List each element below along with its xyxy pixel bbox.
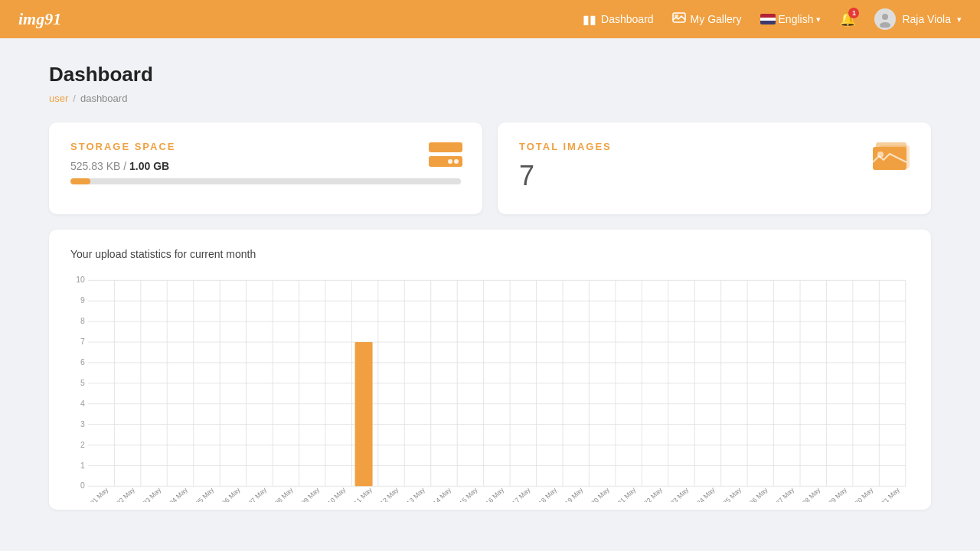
language-label: English bbox=[779, 13, 814, 25]
breadcrumb-user-link[interactable]: user bbox=[49, 93, 68, 104]
svg-text:1: 1 bbox=[80, 461, 85, 470]
svg-text:03 May: 03 May bbox=[142, 486, 163, 502]
svg-text:17 May: 17 May bbox=[511, 486, 532, 502]
cards-row: STORAGE SPACE 525.83 KB / 1.00 GB TOTAL … bbox=[49, 122, 931, 214]
chart-svg: 0 1 2 3 4 5 bbox=[70, 272, 910, 502]
chart-title: Your upload statistics for current month bbox=[70, 248, 910, 260]
dashboard-icon: ▮▮ bbox=[583, 12, 596, 27]
nav-gallery-label: My Gallery bbox=[691, 13, 742, 25]
svg-rect-10 bbox=[873, 147, 906, 170]
svg-text:25 May: 25 May bbox=[721, 486, 743, 502]
language-chevron-icon: ▾ bbox=[816, 15, 821, 24]
svg-text:21 May: 21 May bbox=[616, 486, 638, 502]
svg-text:08 May: 08 May bbox=[273, 486, 295, 502]
svg-text:6: 6 bbox=[80, 358, 85, 367]
storage-used: 525.83 KB bbox=[70, 160, 120, 172]
svg-text:24 May: 24 May bbox=[695, 486, 717, 502]
svg-text:12 May: 12 May bbox=[379, 486, 400, 502]
images-card: TOTAL IMAGES 7 bbox=[498, 122, 931, 214]
breadcrumb-current: dashboard bbox=[80, 93, 127, 104]
storage-sep: / bbox=[123, 160, 126, 172]
notification-badge: 1 bbox=[848, 8, 859, 18]
svg-text:0: 0 bbox=[80, 481, 85, 490]
svg-text:4: 4 bbox=[80, 399, 85, 408]
svg-point-2 bbox=[882, 14, 888, 20]
svg-text:9: 9 bbox=[80, 296, 85, 305]
svg-text:06 May: 06 May bbox=[220, 486, 242, 502]
storage-progress-bar-fill bbox=[70, 178, 90, 184]
svg-text:28 May: 28 May bbox=[801, 486, 822, 502]
svg-text:07 May: 07 May bbox=[247, 486, 268, 502]
svg-text:8: 8 bbox=[80, 317, 85, 325]
svg-text:18 May: 18 May bbox=[537, 486, 558, 502]
svg-text:20 May: 20 May bbox=[590, 486, 611, 502]
svg-text:13 May: 13 May bbox=[405, 486, 426, 502]
nav-dashboard[interactable]: ▮▮ Dashboard bbox=[583, 12, 654, 27]
x-axis: 01 May 02 May 03 May 04 May 05 May 06 Ma… bbox=[89, 486, 901, 502]
svg-text:01 May: 01 May bbox=[89, 486, 110, 502]
svg-text:10 May: 10 May bbox=[326, 486, 348, 502]
chart-container: 0 1 2 3 4 5 bbox=[70, 272, 910, 502]
chart-card: Your upload statistics for current month… bbox=[49, 230, 931, 510]
svg-text:10: 10 bbox=[76, 276, 85, 284]
svg-text:23 May: 23 May bbox=[669, 486, 691, 502]
nav-gallery[interactable]: My Gallery bbox=[672, 12, 742, 26]
svg-text:2: 2 bbox=[80, 441, 85, 449]
app-header: img91 ▮▮ Dashboard My Gallery English ▾ … bbox=[0, 0, 980, 38]
svg-text:16 May: 16 May bbox=[484, 486, 505, 502]
notification-button[interactable]: 🔔 1 bbox=[839, 11, 856, 28]
svg-text:31 May: 31 May bbox=[880, 486, 901, 502]
language-selector[interactable]: English ▾ bbox=[760, 13, 822, 25]
svg-text:19 May: 19 May bbox=[564, 486, 585, 502]
header-nav: ▮▮ Dashboard My Gallery English ▾ 🔔 1 bbox=[583, 8, 962, 30]
svg-text:14 May: 14 May bbox=[431, 486, 452, 502]
user-menu[interactable]: Raja Viola ▾ bbox=[874, 8, 962, 30]
svg-text:3: 3 bbox=[80, 420, 85, 429]
storage-info: 525.83 KB / 1.00 GB bbox=[70, 160, 461, 172]
images-card-title: TOTAL IMAGES bbox=[519, 141, 910, 152]
app-logo[interactable]: img91 bbox=[18, 9, 61, 29]
breadcrumb: user / dashboard bbox=[49, 93, 931, 104]
svg-point-6 bbox=[454, 159, 459, 164]
storage-progress-bar-bg bbox=[70, 178, 461, 184]
y-axis: 0 1 2 3 4 5 bbox=[76, 276, 906, 490]
storage-total: 1.00 GB bbox=[129, 160, 169, 172]
breadcrumb-separator: / bbox=[73, 93, 76, 104]
svg-point-7 bbox=[448, 159, 452, 164]
svg-text:05 May: 05 May bbox=[194, 486, 215, 502]
svg-text:26 May: 26 May bbox=[748, 486, 769, 502]
images-count: 7 bbox=[519, 160, 910, 192]
svg-text:15 May: 15 May bbox=[458, 486, 479, 502]
svg-text:11 May: 11 May bbox=[352, 486, 374, 502]
main-content: Dashboard user / dashboard STORAGE SPACE… bbox=[0, 38, 980, 534]
images-card-icon bbox=[873, 141, 913, 180]
storage-card-title: STORAGE SPACE bbox=[70, 141, 461, 152]
svg-text:29 May: 29 May bbox=[827, 486, 848, 502]
gallery-icon bbox=[672, 12, 686, 26]
svg-text:7: 7 bbox=[80, 337, 85, 346]
flag-icon bbox=[760, 14, 776, 24]
avatar bbox=[874, 8, 896, 30]
svg-text:5: 5 bbox=[80, 379, 85, 387]
nav-dashboard-label: Dashboard bbox=[601, 13, 654, 25]
storage-card-icon bbox=[427, 141, 464, 175]
svg-text:02 May: 02 May bbox=[115, 486, 136, 502]
svg-rect-4 bbox=[429, 142, 462, 152]
svg-rect-1 bbox=[675, 15, 678, 18]
svg-text:27 May: 27 May bbox=[774, 486, 795, 502]
svg-point-3 bbox=[880, 22, 890, 28]
svg-text:04 May: 04 May bbox=[168, 486, 189, 502]
svg-text:09 May: 09 May bbox=[299, 486, 321, 502]
storage-card: STORAGE SPACE 525.83 KB / 1.00 GB bbox=[49, 122, 482, 214]
chart-bar bbox=[355, 342, 373, 486]
page-title: Dashboard bbox=[49, 63, 931, 86]
svg-text:30 May: 30 May bbox=[854, 486, 875, 502]
user-name: Raja Viola bbox=[902, 13, 951, 25]
svg-text:22 May: 22 May bbox=[642, 486, 664, 502]
user-chevron-icon: ▾ bbox=[957, 15, 962, 24]
